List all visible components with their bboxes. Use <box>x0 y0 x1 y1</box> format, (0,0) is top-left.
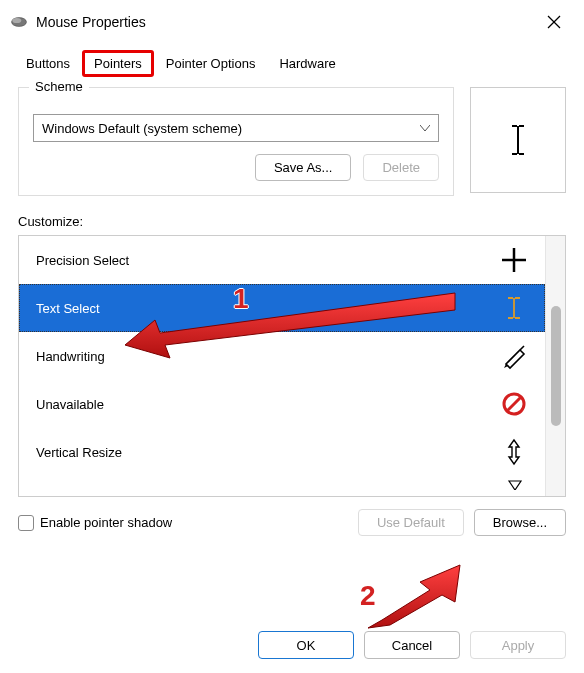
list-item-label: Vertical Resize <box>36 445 122 460</box>
right-buttons: Use Default Browse... <box>358 509 566 536</box>
pen-cursor-icon <box>500 342 528 370</box>
partial-cursor-icon <box>501 476 529 490</box>
dialog-buttons: OK Cancel Apply <box>258 631 566 659</box>
checkbox-box[interactable] <box>18 515 34 531</box>
chevron-down-icon <box>420 125 430 131</box>
enable-shadow-label: Enable pointer shadow <box>40 515 172 530</box>
customize-listbox: Precision Select Text Select Handwriting <box>18 235 566 497</box>
no-cursor-icon <box>500 390 528 418</box>
list-item-label: Handwriting <box>36 349 105 364</box>
tabbar: Buttons Pointers Pointer Options Hardwar… <box>0 44 584 77</box>
list-item-label: Unavailable <box>36 397 104 412</box>
window-title: Mouse Properties <box>36 14 534 30</box>
annotation-number-2: 2 <box>360 580 376 612</box>
scheme-dropdown[interactable]: Windows Default (system scheme) <box>33 114 439 142</box>
delete-button: Delete <box>363 154 439 181</box>
cursor-preview <box>470 87 566 193</box>
svg-point-1 <box>12 18 21 23</box>
browse-button[interactable]: Browse... <box>474 509 566 536</box>
vresize-cursor-icon <box>500 438 528 466</box>
list-item-unavailable[interactable]: Unavailable <box>19 380 545 428</box>
tab-buttons[interactable]: Buttons <box>14 50 82 77</box>
list-item-text-select[interactable]: Text Select <box>19 284 545 332</box>
scrollbar[interactable] <box>545 236 565 496</box>
svg-line-7 <box>507 397 521 411</box>
tab-pointer-options[interactable]: Pointer Options <box>154 50 268 77</box>
cancel-button[interactable]: Cancel <box>364 631 460 659</box>
apply-button: Apply <box>470 631 566 659</box>
enable-shadow-checkbox[interactable]: Enable pointer shadow <box>18 515 172 531</box>
use-default-button: Use Default <box>358 509 464 536</box>
mouse-icon <box>10 16 28 28</box>
list-item-handwriting[interactable]: Handwriting <box>19 332 545 380</box>
tab-pointers[interactable]: Pointers <box>82 50 154 77</box>
scheme-buttons: Save As... Delete <box>33 154 439 181</box>
ibeam-cursor-icon <box>500 294 528 322</box>
list-item-partial[interactable] <box>19 476 545 496</box>
titlebar: Mouse Properties <box>0 0 584 44</box>
scrollbar-thumb[interactable] <box>551 306 561 426</box>
scheme-group-label: Scheme <box>29 79 89 94</box>
bottom-row: Enable pointer shadow Use Default Browse… <box>18 509 566 536</box>
scheme-group: Scheme Windows Default (system scheme) S… <box>18 87 454 196</box>
ok-button[interactable]: OK <box>258 631 354 659</box>
plus-cursor-icon <box>500 246 528 274</box>
svg-marker-9 <box>368 565 460 628</box>
tab-hardware[interactable]: Hardware <box>267 50 347 77</box>
list-item-vertical-resize[interactable]: Vertical Resize <box>19 428 545 476</box>
list-item-label: Text Select <box>36 301 100 316</box>
list-item-label: Precision Select <box>36 253 129 268</box>
ibeam-icon <box>509 124 527 156</box>
tab-content: Scheme Windows Default (system scheme) S… <box>0 77 584 546</box>
close-button[interactable] <box>534 8 574 36</box>
close-icon <box>547 15 561 29</box>
list-item-precision-select[interactable]: Precision Select <box>19 236 545 284</box>
scheme-row: Scheme Windows Default (system scheme) S… <box>18 87 566 196</box>
customize-label: Customize: <box>18 214 566 229</box>
save-as-button[interactable]: Save As... <box>255 154 352 181</box>
annotation-arrow-2 <box>360 560 480 630</box>
customize-list[interactable]: Precision Select Text Select Handwriting <box>19 236 545 496</box>
scheme-selected-value: Windows Default (system scheme) <box>42 121 242 136</box>
